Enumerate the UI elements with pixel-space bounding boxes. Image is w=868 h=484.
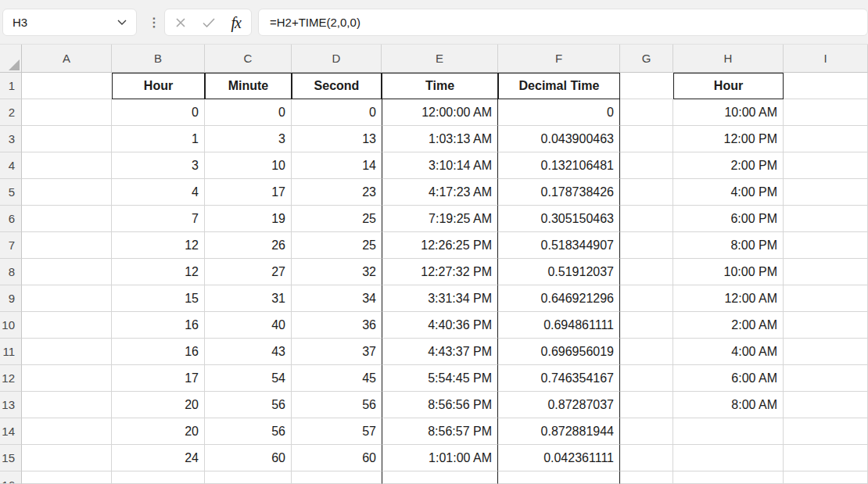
cell-H3[interactable]: 12:00 PM	[673, 126, 784, 152]
cell-I7[interactable]	[784, 232, 868, 259]
cell-D3[interactable]: 13	[292, 126, 382, 152]
row-header-4[interactable]: 4	[0, 152, 22, 179]
cell-C5[interactable]: 17	[205, 179, 292, 206]
cell-E13[interactable]: 8:56:56 PM	[382, 392, 498, 418]
row-header-13[interactable]: 13	[0, 392, 22, 418]
cell-B8[interactable]: 12	[112, 259, 205, 285]
cell-D4[interactable]: 14	[292, 152, 382, 179]
column-header-G[interactable]: G	[620, 45, 673, 73]
cell-C16[interactable]	[205, 471, 292, 484]
cell-D1[interactable]: Second	[292, 73, 382, 99]
cell-E15[interactable]: 1:01:00 AM	[382, 445, 498, 471]
cell-C13[interactable]: 56	[205, 392, 292, 418]
insert-function-icon[interactable]: fx	[231, 15, 241, 30]
cell-G13[interactable]	[620, 392, 673, 418]
cell-C14[interactable]: 56	[205, 418, 292, 445]
cell-G11[interactable]	[620, 339, 673, 365]
column-header-F[interactable]: F	[498, 45, 620, 73]
formula-bar[interactable]: =H2+TIME(2,0,0)	[258, 9, 868, 36]
cell-A5[interactable]	[22, 179, 112, 206]
cell-G4[interactable]	[620, 152, 673, 179]
cell-B10[interactable]: 16	[112, 312, 205, 339]
cell-I3[interactable]	[784, 126, 868, 152]
cell-H14[interactable]	[673, 418, 784, 445]
cell-F1[interactable]: Decimal Time	[498, 73, 620, 99]
row-header-15[interactable]: 15	[0, 445, 22, 471]
cell-H10[interactable]: 2:00 AM	[673, 312, 784, 339]
row-header-9[interactable]: 9	[0, 285, 22, 312]
select-all-corner[interactable]	[0, 45, 22, 73]
cell-B3[interactable]: 1	[112, 126, 205, 152]
row-header-16[interactable]: 16	[0, 471, 22, 484]
cell-F7[interactable]: 0.518344907	[498, 232, 620, 259]
cell-G1[interactable]	[620, 73, 673, 99]
cell-F3[interactable]: 0.043900463	[498, 126, 620, 152]
cell-H2[interactable]: 10:00 AM	[673, 99, 784, 126]
cell-F12[interactable]: 0.746354167	[498, 365, 620, 392]
cell-F5[interactable]: 0.178738426	[498, 179, 620, 206]
cell-B5[interactable]: 4	[112, 179, 205, 206]
cell-A16[interactable]	[22, 471, 112, 484]
cell-D13[interactable]: 56	[292, 392, 382, 418]
cell-A12[interactable]	[22, 365, 112, 392]
cell-G7[interactable]	[620, 232, 673, 259]
cell-G16[interactable]	[620, 471, 673, 484]
cell-E3[interactable]: 1:03:13 AM	[382, 126, 498, 152]
cell-B16[interactable]	[112, 471, 205, 484]
cell-A15[interactable]	[22, 445, 112, 471]
cell-F4[interactable]: 0.132106481	[498, 152, 620, 179]
cell-I13[interactable]	[784, 392, 868, 418]
cell-B4[interactable]: 3	[112, 152, 205, 179]
cell-I11[interactable]	[784, 339, 868, 365]
cell-B12[interactable]: 17	[112, 365, 205, 392]
cell-E7[interactable]: 12:26:25 PM	[382, 232, 498, 259]
cell-B14[interactable]: 20	[112, 418, 205, 445]
cell-D15[interactable]: 60	[292, 445, 382, 471]
cell-D2[interactable]: 0	[292, 99, 382, 126]
cell-F8[interactable]: 0.51912037	[498, 259, 620, 285]
cell-B6[interactable]: 7	[112, 206, 205, 232]
cell-G12[interactable]	[620, 365, 673, 392]
cell-C1[interactable]: Minute	[205, 73, 292, 99]
row-header-12[interactable]: 12	[0, 365, 22, 392]
cell-I6[interactable]	[784, 206, 868, 232]
row-header-11[interactable]: 11	[0, 339, 22, 365]
row-header-3[interactable]: 3	[0, 126, 22, 152]
cell-D5[interactable]: 23	[292, 179, 382, 206]
cell-A9[interactable]	[22, 285, 112, 312]
cell-H1[interactable]: Hour	[673, 73, 784, 99]
cell-D9[interactable]: 34	[292, 285, 382, 312]
column-header-B[interactable]: B	[112, 45, 205, 73]
cell-A6[interactable]	[22, 206, 112, 232]
cell-C12[interactable]: 54	[205, 365, 292, 392]
cell-B15[interactable]: 24	[112, 445, 205, 471]
cell-A1[interactable]	[22, 73, 112, 99]
cell-D10[interactable]: 36	[292, 312, 382, 339]
cell-D7[interactable]: 25	[292, 232, 382, 259]
row-header-5[interactable]: 5	[0, 179, 22, 206]
cell-A4[interactable]	[22, 152, 112, 179]
cell-A3[interactable]	[22, 126, 112, 152]
cell-I12[interactable]	[784, 365, 868, 392]
cell-H13[interactable]: 8:00 AM	[673, 392, 784, 418]
cell-F14[interactable]: 0.872881944	[498, 418, 620, 445]
cell-F2[interactable]: 0	[498, 99, 620, 126]
cell-B1[interactable]: Hour	[112, 73, 205, 99]
cell-G6[interactable]	[620, 206, 673, 232]
cell-H16[interactable]	[673, 471, 784, 484]
cell-I14[interactable]	[784, 418, 868, 445]
cell-E12[interactable]: 5:54:45 PM	[382, 365, 498, 392]
cell-E14[interactable]: 8:56:57 PM	[382, 418, 498, 445]
row-header-10[interactable]: 10	[0, 312, 22, 339]
cell-E10[interactable]: 4:40:36 PM	[382, 312, 498, 339]
cell-C8[interactable]: 27	[205, 259, 292, 285]
cell-G14[interactable]	[620, 418, 673, 445]
cell-I10[interactable]	[784, 312, 868, 339]
cell-H7[interactable]: 8:00 PM	[673, 232, 784, 259]
cell-I2[interactable]	[784, 99, 868, 126]
cell-D12[interactable]: 45	[292, 365, 382, 392]
row-header-7[interactable]: 7	[0, 232, 22, 259]
cell-C15[interactable]: 60	[205, 445, 292, 471]
cell-A8[interactable]	[22, 259, 112, 285]
cell-E4[interactable]: 3:10:14 AM	[382, 152, 498, 179]
